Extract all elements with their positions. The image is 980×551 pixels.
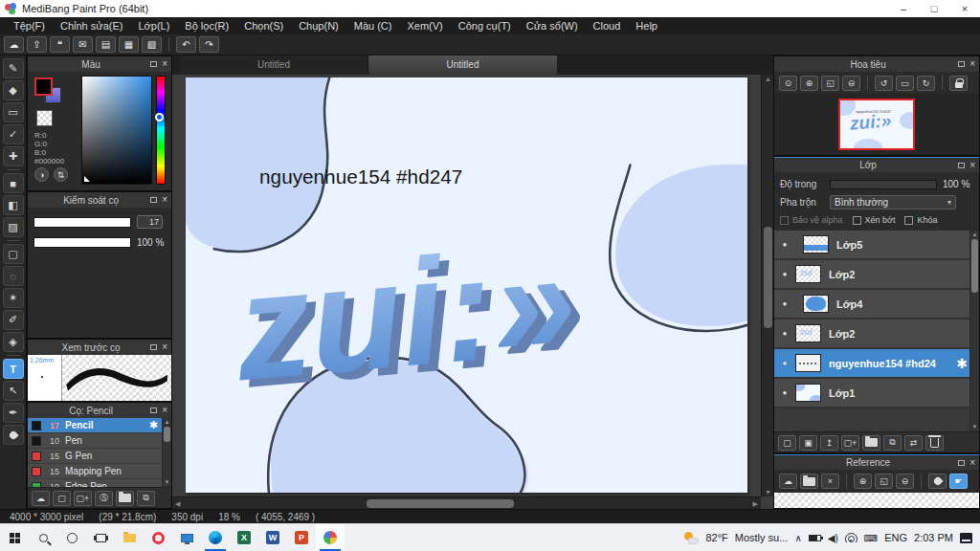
clipping-checkbox[interactable] bbox=[853, 216, 861, 225]
popout-icon[interactable] bbox=[150, 197, 157, 203]
edge-button[interactable] bbox=[201, 524, 230, 551]
layer-visibility-toggle[interactable]: ● bbox=[774, 270, 795, 278]
brush-settings-icon[interactable]: ✱ bbox=[149, 419, 158, 431]
protect-alpha-checkbox[interactable] bbox=[780, 216, 789, 225]
reference-clear-button[interactable]: × bbox=[821, 474, 839, 489]
comment-button[interactable]: ❝ bbox=[50, 36, 70, 53]
menu-select[interactable]: Chọn(S) bbox=[236, 20, 291, 32]
document-tab-2[interactable]: Untitled bbox=[368, 55, 557, 75]
brush-row-mapping-pen[interactable]: 15 Mapping Pen bbox=[28, 464, 162, 479]
popout-icon[interactable] bbox=[958, 163, 965, 168]
brush-script-button[interactable]: Ⓢ bbox=[95, 491, 113, 506]
saturation-value-picker[interactable] bbox=[81, 76, 152, 185]
document-tab-1[interactable]: Untitled bbox=[180, 55, 368, 75]
brush-opacity-slider[interactable] bbox=[33, 237, 131, 248]
move-tool[interactable]: ✚ bbox=[3, 146, 24, 166]
undo-button[interactable]: ↶ bbox=[176, 36, 196, 53]
opera-button[interactable] bbox=[144, 524, 172, 551]
reset-rotation-button[interactable]: ▭ bbox=[896, 76, 914, 91]
menu-window[interactable]: Cửa sổ(W) bbox=[519, 20, 586, 32]
layer-opacity-slider[interactable] bbox=[830, 180, 937, 189]
scroll-down-icon[interactable]: ▼ bbox=[165, 478, 170, 487]
layer-row-lop4[interactable]: ● Lớp4 bbox=[774, 290, 969, 320]
brush-row-edge-pen[interactable]: 10 Edge Pen bbox=[28, 479, 162, 487]
maximize-button[interactable]: □ bbox=[919, 0, 949, 17]
layer-row-lop2a[interactable]: ● Lớp2 bbox=[774, 260, 969, 290]
popout-icon[interactable] bbox=[958, 61, 965, 67]
clock[interactable]: 2:03 PM bbox=[914, 532, 953, 543]
layer-row-lop5[interactable]: ● Lớp5 bbox=[774, 231, 969, 260]
minimize-button[interactable]: – bbox=[888, 0, 919, 17]
scroll-up-icon[interactable]: ▲ bbox=[762, 76, 774, 82]
copy-layer-button[interactable]: ▣ bbox=[799, 435, 817, 451]
fit-screen-button[interactable]: ◱ bbox=[821, 76, 839, 91]
merge-layer-button[interactable]: ⇄ bbox=[904, 435, 923, 451]
close-icon[interactable]: × bbox=[969, 161, 975, 170]
excel-button[interactable]: X bbox=[230, 524, 258, 551]
document-button[interactable]: ▤ bbox=[96, 36, 116, 53]
scroll-down-icon[interactable]: ▼ bbox=[972, 423, 978, 431]
rotate-ccw-button[interactable]: ↺ bbox=[875, 76, 893, 91]
action-center-icon[interactable] bbox=[960, 533, 972, 543]
add-brush-menu-button[interactable]: ▢+ bbox=[74, 491, 92, 506]
weather-desc[interactable]: Mostly su... bbox=[735, 532, 789, 543]
popout-icon[interactable] bbox=[150, 408, 157, 413]
layer-row-lop2b[interactable]: ● Lớp2 bbox=[774, 320, 969, 349]
vertical-scrollbar[interactable]: ▲ ▼ bbox=[761, 75, 773, 496]
close-icon[interactable]: × bbox=[969, 458, 975, 468]
menu-edit[interactable]: Chỉnh sửa(E) bbox=[53, 20, 130, 32]
brush-list-scrollbar[interactable]: ▲ ▼ bbox=[162, 418, 171, 487]
powerpoint-button[interactable]: P bbox=[287, 524, 316, 551]
reference-fit-button[interactable]: ◱ bbox=[875, 474, 893, 489]
brush-row-pencil[interactable]: 17 Pencil ✱ bbox=[28, 418, 162, 433]
duplicate-brush-button[interactable]: ⧉ bbox=[137, 491, 155, 506]
close-icon[interactable]: × bbox=[162, 59, 167, 69]
table-edit-button[interactable]: ▧ bbox=[142, 36, 162, 53]
menu-tools[interactable]: Công cụ(T) bbox=[451, 20, 519, 32]
foreground-color-swatch[interactable] bbox=[34, 77, 53, 96]
canvas-page[interactable]: nguyenhue154 #hd247 zui:» zui:» bbox=[186, 77, 747, 493]
hue-slider[interactable] bbox=[156, 76, 166, 185]
transparent-color-swatch[interactable] bbox=[36, 110, 53, 126]
task-view-button[interactable] bbox=[86, 524, 115, 551]
brush-row-gpen[interactable]: 15 G Pen bbox=[28, 449, 162, 464]
display-settings-button[interactable] bbox=[172, 524, 201, 551]
brush-cloud-button[interactable]: ☁ bbox=[32, 491, 50, 506]
cloud-button[interactable]: ☁ bbox=[4, 36, 24, 53]
layer-row-lop1[interactable]: ● Lớp1 bbox=[774, 379, 969, 408]
lock-checkbox[interactable] bbox=[904, 216, 913, 225]
horizontal-scrollbar[interactable]: ◀ ▶ bbox=[172, 496, 761, 509]
magic-wand-tool[interactable]: ✶ bbox=[3, 288, 24, 308]
new-layer-button[interactable]: ▢ bbox=[778, 435, 796, 451]
close-icon[interactable]: × bbox=[162, 195, 167, 205]
scroll-left-icon[interactable]: ◀ bbox=[175, 497, 180, 510]
menu-help[interactable]: Help bbox=[628, 20, 665, 32]
layer-visibility-toggle[interactable]: ● bbox=[774, 240, 795, 249]
weather-temp[interactable]: 82°F bbox=[705, 532, 727, 543]
reference-hand-button[interactable]: ☛ bbox=[949, 474, 968, 489]
text-tool[interactable]: T bbox=[3, 359, 24, 379]
brush-size-slider[interactable] bbox=[33, 217, 131, 228]
lock-button[interactable] bbox=[949, 76, 968, 91]
wifi-icon[interactable] bbox=[845, 533, 858, 542]
menu-filter[interactable]: Bộ lọc(R) bbox=[177, 20, 236, 32]
color-wheel-button[interactable]: ◑ bbox=[34, 167, 49, 182]
menu-color[interactable]: Màu (C) bbox=[346, 20, 400, 32]
pen-tool[interactable]: ✒ bbox=[3, 403, 24, 423]
menu-cloud[interactable]: Cloud bbox=[586, 20, 629, 32]
layer-visibility-toggle[interactable]: ● bbox=[774, 388, 795, 397]
scroll-thumb[interactable] bbox=[164, 427, 170, 442]
eraser-tool[interactable]: ◆ bbox=[3, 80, 24, 100]
blend-mode-select[interactable]: Bình thường ▾ bbox=[830, 195, 956, 209]
add-layer-menu-button[interactable]: ▢+ bbox=[841, 435, 859, 451]
start-button[interactable] bbox=[0, 524, 29, 551]
layer-settings-icon[interactable]: ✱ bbox=[956, 356, 968, 371]
new-brush-button[interactable]: ▢ bbox=[53, 491, 71, 506]
import-layer-button[interactable]: ↥ bbox=[820, 435, 838, 451]
operation-tool[interactable]: ↖ bbox=[3, 381, 24, 401]
canvas-viewport[interactable]: nguyenhue154 #hd247 zui:» zui:» ▲ ▼ ◀ bbox=[172, 75, 773, 509]
gradient-tool[interactable]: ▨ bbox=[3, 217, 24, 237]
menu-view[interactable]: Xem(V) bbox=[399, 20, 450, 32]
form-button[interactable]: ▦ bbox=[119, 36, 139, 53]
close-icon[interactable]: × bbox=[162, 406, 167, 415]
